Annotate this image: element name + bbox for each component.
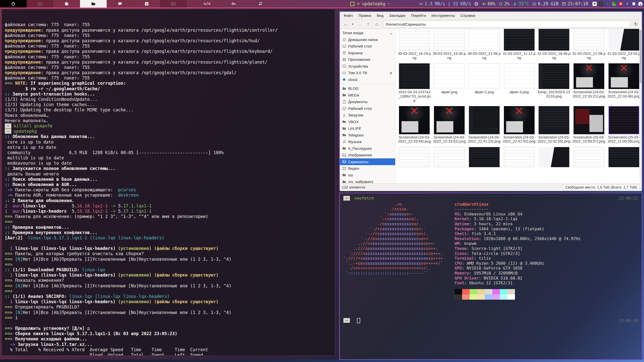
launcher-key[interactable]	[220, 0, 247, 8]
menu-Закладки[interactable]: Закладки	[386, 12, 408, 19]
file-item-cropped[interactable]	[502, 147, 537, 167]
workspace-image[interactable]	[160, 0, 187, 8]
tray-keepassxc-icon[interactable]	[592, 2, 597, 6]
back-button[interactable]: ←	[342, 21, 349, 28]
terminal-window-updatepkg[interactable]: файловая система: 775 пакет: 755предупре…	[2, 9, 335, 356]
menu-Вид[interactable]: Вид	[374, 12, 386, 19]
file-item[interactable]: Screenshot-(25-03-2022_10:59:07).png	[572, 106, 607, 144]
file-item[interactable]: Screenshot-(24-03-2022_22:33:49).png	[397, 106, 432, 144]
tray-dropbox-icon[interactable]: ▼	[625, 2, 629, 6]
thermometer-module[interactable]: 33°C	[513, 1, 529, 6]
file-item[interactable]: alpari.png	[432, 63, 467, 103]
sidebar-item-Документы[interactable]: Документы	[340, 99, 395, 105]
sidebar-item-Изображения[interactable]: Изображения	[340, 152, 395, 159]
file-item-cropped[interactable]	[397, 147, 432, 167]
menu-Справка[interactable]: Справка	[458, 12, 478, 19]
sidebar-item-Telegram[interactable]: Telegram	[340, 132, 395, 139]
tray-sync-icon[interactable]: ↑	[606, 2, 610, 6]
forward-button[interactable]: →	[356, 21, 364, 28]
menu-Файл[interactable]: Файл	[341, 12, 356, 19]
pcmanfm-window[interactable]: ФайлПравкаВидЗакладкиПерейтиИнструментыС…	[339, 11, 642, 190]
sidebar-item-Том 3,0 ТВ[interactable]: Том 3,0 ТВ	[340, 70, 395, 76]
tray-mega-icon[interactable]: M	[619, 2, 623, 6]
sidebar-item-Приложения[interactable]: Приложения	[340, 56, 395, 63]
speaker-module[interactable]: 80%	[482, 1, 495, 6]
chip-module[interactable]: 2%	[499, 1, 509, 6]
terminal-window-neofetch[interactable]: ~ neofetch 23:06:52 ./o. ./sssso- `:osss…	[339, 193, 642, 360]
tray-network-icon[interactable]	[612, 2, 616, 6]
network-speed-module[interactable]: 1.3 MB/s | 22 KB/s	[419, 1, 471, 6]
file-item-cropped[interactable]	[432, 147, 467, 167]
sidebar-item-Устройства[interactable]: Устройства	[340, 63, 395, 70]
home-button[interactable]: ⌂	[373, 21, 381, 28]
launcher-music[interactable]	[247, 0, 274, 8]
file-item[interactable]: 30-03-2022_16-29.png	[397, 29, 432, 60]
tray-shield-info-icon[interactable]	[632, 2, 636, 6]
sidebar-item-cloud[interactable]: cloud	[340, 76, 395, 83]
file-item[interactable]: 30-03-2022_16-30.png	[432, 29, 467, 60]
sidebar-item-Корзина[interactable]: Корзина	[340, 50, 395, 56]
file-item[interactable]: 31-03-2022_11-12.png	[502, 29, 537, 60]
sidebar-item-BLOG[interactable]: BLOG	[340, 85, 395, 92]
sidebar-item-iso[interactable]: iso	[340, 172, 395, 178]
file-item-cropped[interactable]	[606, 147, 641, 167]
file-item[interactable]: ksnip_20220323-130133.png	[537, 63, 572, 103]
terminal-line: :: Запуск post-transaction hooks...	[5, 92, 332, 97]
sidebar-item-Домашняя папка[interactable]: Домашняя папка	[340, 36, 395, 43]
history-chevron-down-icon[interactable]: ▾	[350, 21, 355, 28]
menu-Перейти[interactable]: Перейти	[408, 12, 429, 19]
workspace-terminal[interactable]	[27, 0, 53, 8]
file-item-cropped[interactable]	[572, 147, 607, 167]
file-item[interactable]: Screenshot-(25-03-2022_11:00:39).png	[606, 106, 641, 144]
sidebar-item-Загрузки[interactable]: Загрузки	[340, 112, 395, 119]
workspace-chat[interactable]	[107, 0, 133, 8]
places-mode-select[interactable]: Точки входа ⌄	[340, 29, 395, 36]
file-item[interactable]: Screenshot-(24-03-2022_22:33:52).png	[432, 106, 467, 144]
terminal-line: предупреждение: права доступа различаютс…	[5, 38, 332, 43]
file-item[interactable]: 2022-03-24-223742_1308x710_scrot.png	[397, 63, 432, 103]
calendar-clock-module[interactable]: 23:07:10	[562, 1, 588, 6]
sidebar-item-Музыка[interactable]: Музыка	[340, 139, 395, 145]
file-item[interactable]: alpari-3.png	[502, 63, 537, 103]
sidebar-item-0_Последнее[interactable]: 0_Последнее	[340, 145, 395, 152]
eject-icon[interactable]	[389, 71, 393, 75]
sidebar-item-my_wallpapers[interactable]: my_wallpapers	[340, 178, 395, 184]
sidebar-item-VBOX[interactable]: VBOX	[340, 118, 395, 125]
workspace-power[interactable]	[0, 0, 27, 8]
file-item[interactable]: 31-03-2022_23-03.png	[606, 29, 641, 60]
scrollbar[interactable]	[639, 29, 641, 182]
file-item[interactable]: Screenshot-(24-03-2022_22:41:52).png	[502, 106, 537, 144]
sidebar-item-LinLIFE[interactable]: LinLIFE	[340, 125, 395, 132]
launcher-code[interactable]: </>	[194, 0, 220, 8]
file-item[interactable]: 31-03-2022_21-08.png	[572, 29, 607, 60]
file-item-cropped[interactable]	[537, 147, 572, 167]
menu-Правка[interactable]: Правка	[356, 12, 374, 19]
file-item[interactable]: alpari-2.png	[467, 63, 502, 103]
workspace-windows[interactable]	[133, 0, 160, 8]
scrollbar-handle[interactable]	[640, 30, 641, 83]
workspace-folder[interactable]	[80, 0, 107, 8]
tray-bulb-icon[interactable]	[638, 2, 642, 6]
sidebar-item-Рабочий стол[interactable]: Рабочий стол	[340, 105, 395, 112]
palette-swatch	[462, 294, 470, 300]
file-item[interactable]: Screenshot-(24-03-2022_22:33:21).png	[572, 63, 607, 103]
ram-module[interactable]: 6.29 GiB	[532, 1, 558, 6]
globe-icon[interactable]	[474, 2, 478, 6]
sidebar-item-Скриншоты[interactable]: Скриншоты	[340, 158, 395, 165]
file-item[interactable]: Screenshot-(24-03-2022_22:33:46).png	[606, 63, 641, 103]
menu-Инструменты[interactable]: Инструменты	[429, 12, 458, 19]
path-input[interactable]: /home/crud/Скриншоты	[383, 21, 630, 28]
file-item[interactable]: 30-03-2022_21-56.png	[467, 29, 502, 60]
sidebar-item-MEGA[interactable]: MEGA	[340, 92, 395, 99]
reload-button[interactable]: ↻	[632, 21, 640, 28]
terminal-line: ==> Сборка пакета linux-lqx 5.17.1.lqx1-…	[5, 331, 332, 336]
tray-diamond-icon[interactable]	[599, 2, 603, 6]
file-item[interactable]: Screenshot-(24-03-2022_22:41:23).png	[467, 106, 502, 144]
workspace-firefox[interactable]	[53, 0, 80, 8]
sidebar-item-Видео[interactable]: Видео	[340, 165, 395, 172]
up-button[interactable]: ↑	[365, 21, 372, 28]
file-item-cropped[interactable]	[467, 147, 502, 167]
sidebar-item-Рабочий стол[interactable]: Рабочий стол	[340, 43, 395, 50]
file-item[interactable]: Screenshot-(24-03-2022_22:42:05).png	[537, 106, 572, 144]
file-item[interactable]: 31-03-2022_16-46.png	[537, 29, 572, 60]
